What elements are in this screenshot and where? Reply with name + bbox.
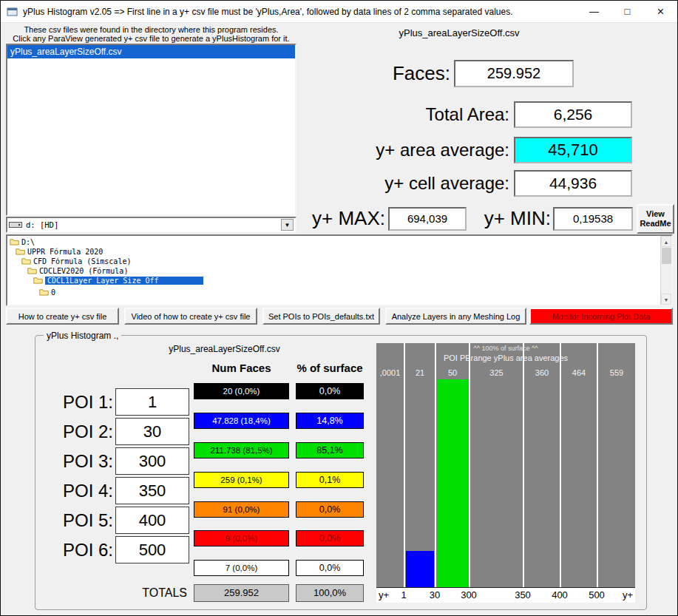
yplus-max-value: 694,039 [388,207,467,231]
poi-2-label: POI 2: [38,418,113,445]
folder-icon [21,257,31,266]
faces-value: 259.952 [454,60,574,87]
chart-column: 464 [560,343,597,587]
window-title: yPlus Histogram v2.05 => First line in a… [23,7,577,17]
pct-cell: 14,8% [296,413,364,429]
poi-1-input[interactable] [115,388,189,416]
bin-avg-label: 360 [524,368,560,377]
instructions-line2: Click any ParaView generated y+ csv file… [6,34,296,43]
how-to-create-csv-button[interactable]: How to create y+ csv file [6,308,119,325]
bin-avg-label: 559 [598,368,635,377]
tree-item[interactable]: CDCLEV2020 (Fórmula) [27,266,128,276]
drive-selector[interactable]: d: [HD] ▼ [6,217,296,233]
drive-icon [9,221,22,229]
tree-item[interactable]: UPPR Fórmula 2020 [16,247,103,257]
set-pois-button[interactable]: Set POIs to POIs_defaults.txt [262,308,380,325]
axis-tick: 500 [589,589,605,600]
pct-cell: 85,1% [296,442,364,458]
instructions: These csv files were found in the direct… [6,25,296,43]
poi-6-label: POI 6: [38,536,113,563]
poi-4-input[interactable] [115,477,189,504]
poi-5-input[interactable] [115,507,189,534]
yplus-max-label: y+ MAX: [296,206,385,231]
yplus-min-value: 0,19538 [553,207,633,231]
app-window: yPlus Histogram v2.05 => First line in a… [0,0,678,616]
axis-tick: y+ [379,589,389,600]
drive-value: d: [HD] [26,220,58,229]
pct-cell: 0,0% [296,383,364,399]
view-readme-line2: ReadMe [640,219,671,229]
yplus-cell-average-label: y+ cell average: [311,170,509,197]
poi-1-label: POI 1: [38,388,113,416]
scroll-up-icon[interactable]: ▲ [661,236,671,247]
tree-item-label: CDCLEV2020 (Fórmula) [39,267,128,275]
view-readme-line1: View [646,209,665,219]
pct-cell: 0,1% [296,472,364,488]
axis-tick: 300 [461,589,477,600]
chart-title: ^^ 100% of surface ^^ [376,345,635,352]
maximize-button[interactable]: □ [611,1,644,22]
chart-column: 50 [435,343,469,587]
histogram-chart: ^^ 100% of surface ^^ POI PErange yPlus … [376,343,635,587]
folder-icon [16,248,25,257]
file-listbox: yPlus_areaLayerSizeOff.csv [6,44,296,216]
poi-5-label: POI 5: [38,507,113,534]
tree-item-label: CFD Fórmula (Simscale) [33,257,131,265]
bin-avg-label: 325 [470,368,523,377]
instructions-line1: These csv files were found in the direct… [6,25,296,34]
poi-3-label: POI 3: [38,447,113,475]
num-faces-cell: 7 (0,0%) [194,560,289,576]
num-faces-cell: 47.828 (18,4%) [194,413,289,429]
folder-icon [39,288,49,297]
tree-item[interactable]: CFD Fórmula (Simscale) [21,257,131,266]
chart-column: 21 [404,343,435,587]
scroll-down-icon[interactable]: ▼ [661,294,671,305]
poi-6-input[interactable] [115,536,189,563]
monitor-plot-data-button[interactable]: Monitor Incoming Plot Data [529,308,673,325]
yplus-min-label: y+ MIN: [467,206,551,231]
tree-scrollbar[interactable]: ▲ ▼ [660,236,671,305]
close-button[interactable]: × [644,1,677,22]
group-title: yPlus Histogram ., [44,331,121,341]
tree-item-root[interactable]: D:\ [10,237,35,247]
chart-column: ,0001 [376,343,404,587]
pct-cell: 0,0% [296,501,364,518]
totals-pct: 100,0% [296,584,364,602]
csv-title: yPlus_areaLayerSizeOff.csv [311,27,607,38]
bin-avg-label: 50 [436,368,469,377]
view-readme-button[interactable]: View ReadMe [637,204,674,234]
histogram-bar [437,379,468,587]
chart-column: 325 [469,343,523,587]
tree-item-label: D:\ [21,238,35,246]
analyze-layers-button[interactable]: Analyze Layers in any Meshing Log [385,308,526,325]
tree-item[interactable]: 0 [39,288,55,297]
faces-label: Faces: [296,60,450,87]
poi-2-input[interactable] [115,418,189,445]
total-area-label: Total Area: [311,101,509,128]
yplus-area-average-value: 45,710 [514,137,632,163]
chart-subtitle: POI PErange yPlus area averages [376,353,635,362]
tree-item-label: CDCL1Layer Layer Size Off [45,277,203,285]
folder-icon [33,277,43,285]
scroll-thumb[interactable] [662,248,671,264]
directory-tree: D:\ UPPR Fórmula 2020 CFD Fórmula (Simsc… [6,234,673,306]
total-area-value: 6,256 [514,101,632,128]
num-faces-cell: 9 (0,0%) [194,530,289,546]
minimize-button[interactable]: — [577,1,611,22]
dropdown-arrow-icon[interactable]: ▼ [281,219,294,231]
chart-column: 360 [523,343,560,587]
histogram-bar [406,551,434,587]
poi-4-label: POI 4: [38,477,113,504]
file-item[interactable]: yPlus_areaLayerSizeOff.csv [7,45,295,58]
tree-item-label: 0 [51,288,55,297]
video-how-to-button[interactable]: Video of how to create y+ csv file [124,308,257,325]
totals-num-faces: 259.952 [194,584,289,602]
num-faces-cell: 20 (0,0%) [194,383,289,399]
pct-surface-header: % of surface [290,362,370,374]
yplus-area-average-label: y+ area average: [311,137,509,163]
axis-tick: 30 [430,589,440,600]
panel-csv-label: yPlus_areaLayerSizeOff.csv [149,344,300,354]
x-axis-strip: y+ 1 30 300 350 400 500 y+ [376,587,635,603]
poi-3-input[interactable] [115,447,189,475]
tree-item-selected[interactable]: CDCL1Layer Layer Size Off [33,276,203,285]
